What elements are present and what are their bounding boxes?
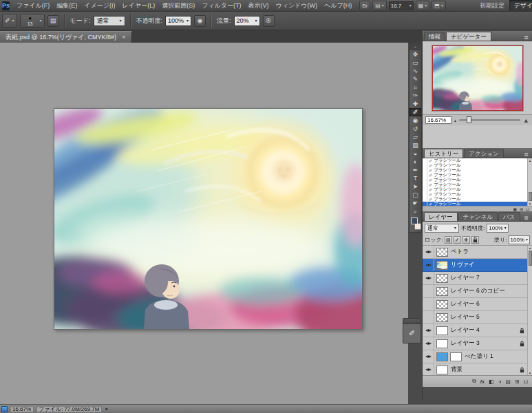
adjustment-layer-icon[interactable]: ◑ bbox=[498, 379, 502, 385]
foreground-color-swatch[interactable] bbox=[411, 218, 418, 224]
history-source-checkbox[interactable] bbox=[423, 202, 427, 206]
toggle-brush-panel-button[interactable]: ▤ bbox=[47, 15, 59, 27]
history-source-checkbox[interactable] bbox=[423, 173, 427, 178]
visibility-toggle[interactable] bbox=[423, 363, 434, 375]
layer-thumbnail[interactable] bbox=[436, 274, 448, 283]
move-tool[interactable]: ✥ bbox=[409, 50, 421, 59]
layer-thumbnail[interactable] bbox=[436, 339, 448, 348]
tab-history[interactable]: ヒストリー bbox=[424, 149, 463, 158]
panel-menu-icon[interactable]: ≣ bbox=[522, 151, 531, 158]
layer-thumbnail[interactable] bbox=[436, 326, 448, 335]
tab-channels[interactable]: チャンネル bbox=[458, 212, 498, 221]
menu-edit[interactable]: 編集(E) bbox=[53, 0, 81, 12]
new-group-icon[interactable]: ▤ bbox=[505, 379, 511, 385]
navigator-proxy-preview[interactable] bbox=[432, 45, 523, 111]
layer-opacity-input[interactable]: 100% ▾ bbox=[487, 224, 508, 233]
visibility-toggle[interactable] bbox=[423, 298, 434, 310]
layer-thumbnail[interactable] bbox=[436, 287, 448, 296]
layer-row[interactable]: ペトラ bbox=[423, 246, 527, 259]
eyedropper-tool[interactable]: ✑ bbox=[409, 92, 421, 100]
arrange-documents-button[interactable]: ▦▾ bbox=[416, 1, 430, 10]
marquee-tool[interactable]: ▭ bbox=[409, 59, 421, 67]
lock-paint-button[interactable]: ✐ bbox=[454, 236, 461, 244]
menu-view[interactable]: 表示(V) bbox=[244, 0, 272, 12]
history-source-checkbox[interactable] bbox=[423, 163, 427, 168]
scrollbar-thumb[interactable] bbox=[529, 251, 532, 266]
layer-row[interactable]: レイヤー 7 bbox=[423, 272, 527, 285]
layer-fill-input[interactable]: 100% ▾ bbox=[509, 235, 530, 244]
visibility-toggle[interactable] bbox=[423, 311, 434, 324]
clone-stamp-tool[interactable]: ◉ bbox=[409, 116, 421, 125]
lasso-tool[interactable]: ∿ bbox=[409, 67, 421, 75]
link-layers-icon[interactable]: ⧉ bbox=[472, 378, 476, 385]
menu-select[interactable]: 選択範囲(S) bbox=[158, 0, 198, 12]
toolbox-grip[interactable]: « bbox=[409, 44, 421, 50]
blend-mode-select[interactable]: 通常 ▾ bbox=[425, 224, 459, 233]
menu-help[interactable]: ヘルプ(H) bbox=[321, 0, 355, 12]
healing-brush-tool[interactable]: ✚ bbox=[409, 100, 421, 108]
tool-preset-picker[interactable]: ✐ ▾ bbox=[2, 14, 17, 28]
visibility-toggle[interactable] bbox=[423, 272, 434, 284]
document-canvas[interactable] bbox=[54, 108, 363, 330]
visibility-toggle[interactable] bbox=[423, 246, 434, 258]
layer-thumbnail[interactable] bbox=[436, 313, 448, 322]
crop-tool[interactable]: ⌗ bbox=[409, 83, 421, 92]
flow-input[interactable]: 20% ▾ bbox=[234, 16, 260, 26]
add-layer-mask-icon[interactable]: ◧ bbox=[489, 379, 494, 385]
type-tool[interactable]: T bbox=[409, 174, 421, 182]
menu-layer[interactable]: レイヤー(L) bbox=[119, 0, 159, 12]
view-extras-button[interactable]: ▤▾ bbox=[372, 1, 387, 10]
history-source-checkbox[interactable] bbox=[423, 182, 427, 187]
workspace-design[interactable]: デザイン bbox=[509, 0, 532, 12]
zoom-tool[interactable]: ⌕ bbox=[409, 207, 421, 215]
panel-menu-icon[interactable]: ≣ bbox=[522, 34, 531, 41]
history-scrollbar[interactable]: ▴ ▾ bbox=[527, 158, 532, 206]
tab-layers[interactable]: レイヤー bbox=[424, 212, 458, 221]
status-zoom-input[interactable]: 16.67% bbox=[10, 405, 34, 412]
airbrush-button[interactable]: ✇ bbox=[263, 15, 275, 27]
collapsed-brush-panel-button[interactable]: ✐ bbox=[403, 324, 421, 342]
history-source-checkbox[interactable] bbox=[423, 178, 427, 182]
collapsed-dock-grip[interactable] bbox=[403, 319, 421, 324]
navigator-zoom-input[interactable]: 16.67% bbox=[425, 116, 451, 124]
pressure-opacity-button[interactable]: ◉ bbox=[194, 15, 206, 27]
history-brush-tool[interactable]: ↺ bbox=[409, 125, 421, 133]
document-tab[interactable]: 表紙.psd @ 16.7%(リヴァイ, CMYK/8#) ✕ bbox=[0, 31, 132, 43]
zoom-in-icon[interactable]: ▲ bbox=[523, 117, 529, 124]
eraser-tool[interactable]: ▱ bbox=[409, 133, 421, 141]
layer-row[interactable]: レイヤー 6 bbox=[423, 298, 527, 311]
status-menu-button[interactable]: ▸ bbox=[104, 406, 109, 412]
history-source-checkbox[interactable] bbox=[423, 187, 427, 192]
hand-tool[interactable]: ☛ bbox=[409, 199, 421, 207]
layer-row[interactable]: レイヤー 6 のコピー bbox=[423, 285, 527, 298]
delete-state-icon[interactable]: ⊔ bbox=[526, 206, 529, 211]
pen-tool[interactable]: ✒ bbox=[409, 166, 421, 174]
layers-scrollbar[interactable]: ▴ ▾ bbox=[527, 246, 532, 375]
ps-logo[interactable]: Ps bbox=[2, 1, 10, 10]
layer-thumbnail[interactable] bbox=[436, 261, 448, 270]
history-step-selected[interactable]: ✐ブラシツール bbox=[423, 202, 527, 206]
workspace-essentials[interactable]: 初期設定 bbox=[475, 0, 509, 12]
blur-tool[interactable]: ◒ bbox=[409, 149, 421, 158]
new-document-from-state-icon[interactable]: ⊞ bbox=[520, 206, 523, 211]
screen-mode-button[interactable]: ⬒▾ bbox=[432, 1, 446, 10]
visibility-toggle[interactable] bbox=[423, 337, 434, 350]
scroll-up-icon[interactable]: ▴ bbox=[529, 158, 531, 162]
layer-row[interactable]: レイヤー 5 bbox=[423, 311, 527, 324]
tab-paths[interactable]: パス bbox=[498, 212, 520, 221]
layer-thumbnail[interactable] bbox=[436, 300, 448, 309]
layer-row[interactable]: 背景 bbox=[423, 363, 527, 375]
slider-thumb[interactable] bbox=[467, 116, 471, 123]
launch-bridge-button[interactable]: Br bbox=[359, 1, 370, 10]
blend-mode-dropdown[interactable]: 通常 ▾ bbox=[94, 16, 125, 26]
menu-file[interactable]: ファイル(F) bbox=[13, 0, 53, 12]
layer-mask-thumbnail[interactable] bbox=[450, 352, 462, 361]
tab-info[interactable]: 情報 bbox=[424, 32, 445, 41]
layer-thumbnail[interactable] bbox=[436, 366, 448, 374]
new-layer-icon[interactable]: ⊞ bbox=[515, 379, 520, 385]
zoom-out-icon[interactable]: ▴ bbox=[454, 118, 456, 123]
history-source-checkbox[interactable] bbox=[423, 168, 427, 173]
brush-tool[interactable]: ✐ bbox=[409, 108, 421, 116]
tab-close-icon[interactable]: ✕ bbox=[122, 34, 126, 40]
menu-window[interactable]: ウィンドウ(W) bbox=[272, 0, 321, 12]
